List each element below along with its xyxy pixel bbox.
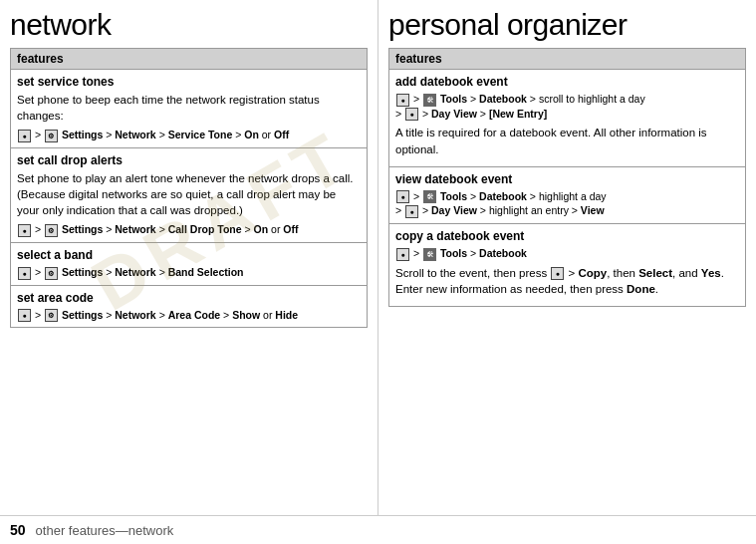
feature-path-copy-event: ● > 🛠 Tools > Datebook bbox=[395, 246, 739, 261]
left-column-title: network bbox=[10, 8, 368, 42]
feature-desc-copy-event: Scroll to the event, then press ● > Copy… bbox=[395, 265, 739, 297]
feature-section-copy-event: copy a datebook event ● > 🛠 Tools > Date… bbox=[389, 224, 745, 306]
settings-icon-call-drop: ⚙ bbox=[45, 224, 58, 237]
left-features-table: features set service tones Set phone to … bbox=[10, 48, 368, 328]
menu-icon-copy-event: ● bbox=[396, 248, 409, 261]
menu-icon-area-code: ● bbox=[18, 309, 31, 322]
settings-icon-service-tones: ⚙ bbox=[45, 130, 58, 142]
page-container: DRAFT network features set service tones… bbox=[0, 0, 756, 544]
menu-icon-service-tones: ● bbox=[18, 130, 31, 142]
feature-path-call-drop: ● > ⚙ Settings > Network > Call Drop Ton… bbox=[17, 222, 361, 237]
feature-section-service-tones: set service tones Set phone to beep each… bbox=[11, 70, 367, 148]
menu-icon-copy-inline: ● bbox=[551, 267, 564, 280]
feature-path-add-event-2: > ● > Day View > [New Entry] bbox=[395, 107, 739, 122]
tools-icon-view-event: 🛠 bbox=[423, 190, 436, 203]
menu-icon-view-event-2: ● bbox=[405, 205, 418, 218]
tools-icon-copy-event: 🛠 bbox=[423, 248, 436, 261]
feature-section-area-code: set area code ● > ⚙ Settings > Network >… bbox=[11, 286, 367, 328]
tools-icon-add-event: 🛠 bbox=[423, 94, 436, 107]
page-number: 50 bbox=[10, 522, 26, 538]
right-features-table: features add datebook event ● > 🛠 Tools … bbox=[388, 48, 746, 307]
feature-section-view-event: view datebook event ● > 🛠 Tools > Datebo… bbox=[389, 167, 745, 224]
feature-desc-service-tones: Set phone to beep each time the network … bbox=[17, 92, 361, 124]
feature-section-band: select a band ● > ⚙ Settings > Network >… bbox=[11, 243, 367, 286]
right-features-header: features bbox=[389, 49, 745, 70]
menu-icon-add-event-2: ● bbox=[405, 108, 418, 121]
footer: 50 other features—network bbox=[0, 515, 756, 544]
right-column-title: personal organizer bbox=[388, 8, 746, 42]
feature-path-add-event-1: ● > 🛠 Tools > Datebook > scroll to highl… bbox=[395, 92, 739, 107]
feature-path-band: ● > ⚙ Settings > Network > Band Selectio… bbox=[17, 265, 361, 280]
feature-title-copy-event: copy a datebook event bbox=[395, 229, 739, 243]
feature-path-view-event-2: > ● > Day View > highlight an entry > Vi… bbox=[395, 203, 739, 218]
feature-section-add-event: add datebook event ● > 🛠 Tools > Dateboo… bbox=[389, 70, 745, 167]
footer-label: other features—network bbox=[36, 523, 174, 538]
menu-icon-add-event: ● bbox=[396, 94, 409, 107]
feature-title-service-tones: set service tones bbox=[17, 75, 361, 89]
left-column: network features set service tones Set p… bbox=[0, 0, 378, 515]
feature-title-call-drop: set call drop alerts bbox=[17, 153, 361, 167]
settings-icon-area-code: ⚙ bbox=[45, 309, 58, 322]
right-column: personal organizer features add datebook… bbox=[378, 0, 756, 515]
left-features-header: features bbox=[11, 49, 367, 70]
menu-icon-call-drop: ● bbox=[18, 224, 31, 237]
feature-section-call-drop: set call drop alerts Set phone to play a… bbox=[11, 148, 367, 243]
feature-desc-add-event: A title is required for a datebook event… bbox=[395, 125, 739, 156]
feature-title-area-code: set area code bbox=[17, 291, 361, 305]
settings-icon-band: ⚙ bbox=[45, 267, 58, 280]
feature-title-band: select a band bbox=[17, 248, 361, 262]
main-content: network features set service tones Set p… bbox=[0, 0, 756, 515]
feature-path-area-code: ● > ⚙ Settings > Network > Area Code > S… bbox=[17, 308, 361, 323]
menu-icon-band: ● bbox=[18, 267, 31, 280]
feature-title-view-event: view datebook event bbox=[395, 172, 739, 186]
menu-icon-view-event: ● bbox=[396, 190, 409, 203]
feature-path-view-event-1: ● > 🛠 Tools > Datebook > highlight a day bbox=[395, 189, 739, 204]
feature-path-service-tones: ● > ⚙ Settings > Network > Service Tone … bbox=[17, 128, 361, 142]
feature-desc-call-drop: Set phone to play an alert tone whenever… bbox=[17, 170, 361, 218]
feature-title-add-event: add datebook event bbox=[395, 75, 739, 89]
